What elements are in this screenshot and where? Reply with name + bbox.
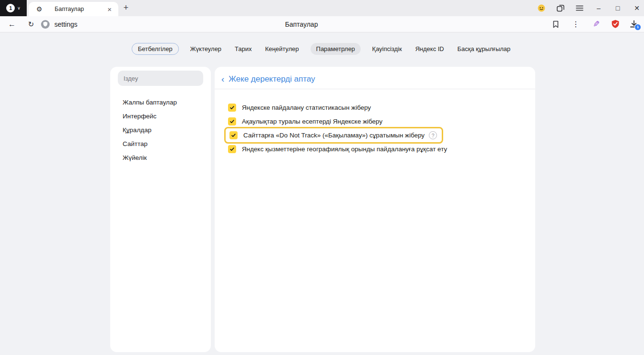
- setting-row-usage-stats[interactable]: Яндекске пайдалану статистикасын жіберу: [224, 101, 375, 115]
- tab-panels-icon[interactable]: [556, 4, 565, 12]
- settings-sidebar: Жалпы баптаулар Интерфейс Құралдар Сайтт…: [110, 67, 211, 352]
- checkbox-usage-stats[interactable]: [228, 104, 236, 112]
- checkbox-geolocation[interactable]: [228, 145, 236, 153]
- more-options-icon[interactable]: ⋮: [571, 16, 581, 32]
- sidebar-list: Жалпы баптаулар Интерфейс Құралдар Сайтт…: [110, 95, 211, 165]
- nav-tab-settings[interactable]: Параметрлер: [311, 43, 361, 55]
- nav-tab-security[interactable]: Қауіпсіздік: [370, 43, 404, 55]
- address-toolbar: ← ↻ settings Баптаулар ⋮ ✎: [0, 16, 644, 32]
- search-box[interactable]: [118, 71, 203, 86]
- back-icon[interactable]: ←: [7, 16, 17, 32]
- gear-icon: ⚙: [36, 5, 42, 13]
- checkbox-do-not-track[interactable]: [229, 131, 238, 139]
- setting-row-do-not-track[interactable]: Сайттарға «Do Not Track» («Бақыламау») с…: [224, 127, 443, 144]
- settings-main-panel: ‹ Жеке деректерді аптау Яндекске пайдала…: [215, 67, 535, 352]
- tab-group-chip[interactable]: 1 ∨: [0, 0, 27, 16]
- page-title: Баптаулар: [285, 16, 318, 32]
- nav-tab-other-devices[interactable]: Басқа құрылғылар: [456, 43, 512, 55]
- promo-icon[interactable]: [537, 4, 546, 12]
- tab-strip: 1 ∨ ⚙ Баптаулар × +: [0, 0, 644, 16]
- tabstrip-right-controls: – □ ✕: [537, 0, 641, 16]
- nav-tab-downloads[interactable]: Жүктеулер: [188, 43, 224, 55]
- browser-window: 1 ∨ ⚙ Баптаулар × +: [0, 0, 644, 355]
- tab-count-badge: 1: [6, 4, 15, 12]
- protect-shield-icon[interactable]: [610, 16, 621, 32]
- tab-title: Баптаулар: [55, 6, 107, 12]
- setting-label: Сайттарға «Do Not Track» («Бақыламау») с…: [243, 132, 425, 139]
- settings-rows: Яндекске пайдалану статистикасын жіберу …: [224, 101, 451, 156]
- new-tab-button[interactable]: +: [121, 3, 131, 13]
- nav-tab-extensions[interactable]: Кеңейтулер: [263, 43, 301, 55]
- section-back-header[interactable]: ‹ Жеке деректерді аптау: [221, 72, 315, 86]
- nav-tab-bookmarks[interactable]: Бетбелгілер: [132, 43, 179, 55]
- checkbox-crash-reports[interactable]: [228, 117, 236, 125]
- sidebar-item-interface[interactable]: Интерфейс: [110, 109, 211, 123]
- divider: [215, 89, 535, 89]
- maximize-button[interactable]: □: [613, 4, 622, 12]
- section-heading: Жеке деректерді аптау: [229, 74, 315, 84]
- nav-tab-yandex-id[interactable]: Яндекс ID: [413, 43, 446, 55]
- pen-icon[interactable]: ✎: [591, 16, 602, 32]
- browser-tab-settings[interactable]: ⚙ Баптаулар ×: [29, 2, 118, 16]
- site-badge-icon: [41, 20, 50, 29]
- url-text: settings: [54, 21, 77, 28]
- address-bar[interactable]: settings: [41, 16, 77, 32]
- sidebar-item-tools[interactable]: Құралдар: [110, 123, 211, 137]
- sidebar-item-general[interactable]: Жалпы баптаулар: [110, 95, 211, 109]
- setting-row-crash-reports[interactable]: Ақаулықтар туралы есептерді Яндекске жіб…: [224, 115, 386, 128]
- setting-label: Яндекске пайдалану статистикасын жіберу: [242, 104, 371, 111]
- setting-label: Ақаулықтар туралы есептерді Яндекске жіб…: [242, 118, 383, 125]
- setting-row-geolocation[interactable]: Яндекс қызметтеріне географиялық орынды …: [224, 142, 451, 156]
- download-count-badge: 1: [634, 24, 641, 31]
- sidebar-item-sites[interactable]: Сайттар: [110, 137, 211, 151]
- sidebar-item-system[interactable]: Жүйелік: [110, 151, 211, 165]
- search-input[interactable]: [118, 75, 203, 82]
- bookmark-icon[interactable]: [551, 16, 561, 32]
- window-close-button[interactable]: ✕: [633, 4, 641, 12]
- settings-nav: Бетбелгілер Жүктеулер Тарих Кеңейтулер П…: [0, 43, 644, 55]
- chevron-down-icon: ∨: [17, 6, 21, 10]
- back-chevron-icon: ‹: [221, 74, 224, 84]
- minimize-button[interactable]: –: [594, 4, 603, 12]
- download-icon[interactable]: 1: [628, 16, 640, 32]
- reload-icon[interactable]: ↻: [26, 16, 36, 32]
- tab-close-icon[interactable]: ×: [106, 5, 113, 13]
- setting-label: Яндекс қызметтеріне географиялық орынды …: [242, 146, 447, 153]
- nav-tab-history[interactable]: Тарих: [233, 43, 254, 55]
- help-icon[interactable]: ?: [429, 131, 437, 139]
- menu-icon[interactable]: [575, 4, 584, 12]
